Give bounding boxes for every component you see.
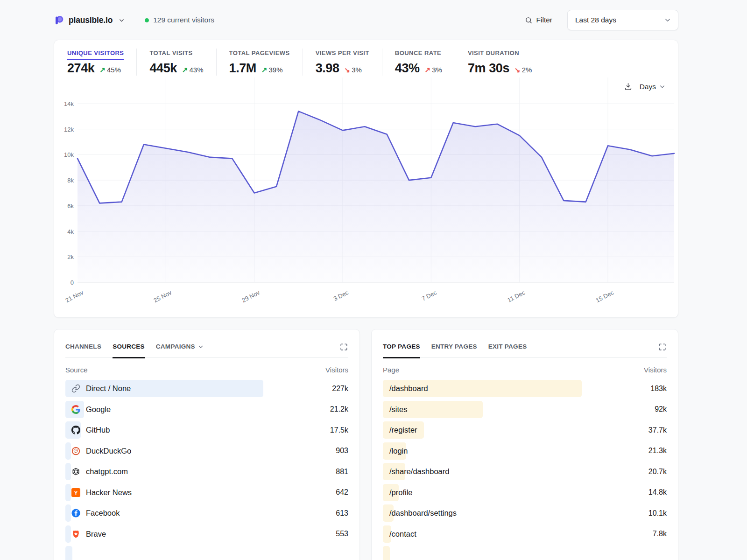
stat-change: ↘2% <box>514 66 532 74</box>
sources-col-header: Source <box>65 366 88 374</box>
arrow-up-icon: ↗ <box>261 66 268 74</box>
sources-panel: CHANNELSSOURCESCAMPAIGNS Source Visitors… <box>54 329 360 560</box>
page-row-dashboard-settings[interactable]: /dashboard/settings10.1k <box>383 504 667 522</box>
source-row-facebook[interactable]: Facebook613 <box>65 504 348 522</box>
stat-value-row: 3.98↘3% <box>316 61 369 76</box>
page-row-login[interactable]: /login21.3k <box>383 442 667 460</box>
row-label-group: /sites <box>389 405 408 414</box>
tab-label: CAMPAIGNS <box>156 343 195 350</box>
row-label-group: YHacker News <box>71 488 132 497</box>
plausible-logo-icon <box>54 15 64 26</box>
row-name: Brave <box>86 530 106 539</box>
row-bar <box>65 442 71 460</box>
row-visitors: 14.8k <box>648 488 667 497</box>
visitors-col-header: Visitors <box>325 366 348 374</box>
stat-bounce-rate[interactable]: BOUNCE RATE43%↗3% <box>382 49 455 76</box>
tab-label: CHANNELS <box>65 343 101 350</box>
current-visitors-label: 129 current visitors <box>153 16 214 24</box>
stat-unique-visitors[interactable]: UNIQUE VISITORS274k↗45% <box>67 49 136 76</box>
page-row-register[interactable]: /register37.7k <box>383 421 667 439</box>
stat-total-pageviews[interactable]: TOTAL PAGEVIEWS1.7M↗39% <box>216 49 303 76</box>
expand-icon[interactable] <box>658 343 667 351</box>
stat-total-visits[interactable]: TOTAL VISITS445k↗43% <box>136 49 216 76</box>
tab-label: SOURCES <box>113 343 145 350</box>
current-visitors[interactable]: 129 current visitors <box>145 16 214 24</box>
filter-button[interactable]: Filter <box>525 16 552 24</box>
source-row-github[interactable]: GitHub17.5k <box>65 421 348 439</box>
stat-views-per-visit[interactable]: VIEWS PER VISIT3.98↘3% <box>303 49 382 76</box>
row-name: /contact <box>389 530 416 539</box>
row-bar <box>65 525 71 543</box>
stat-change-value: 45% <box>107 66 121 74</box>
stat-visit-duration[interactable]: VISIT DURATION7m 30s↘2% <box>455 49 544 76</box>
date-range-picker[interactable]: Last 28 days <box>567 10 678 30</box>
row-label-group: /contact <box>389 530 416 539</box>
source-row-hacker-news[interactable]: YHacker News642 <box>65 484 348 501</box>
row-name: /sites <box>389 405 408 414</box>
expand-icon[interactable] <box>339 343 348 351</box>
row-name: /dashboard/settings <box>389 509 457 518</box>
row-bar <box>65 484 71 501</box>
row-visitors: 183k <box>650 385 667 393</box>
stat-change: ↗43% <box>182 66 204 74</box>
row-name: /share/dashboard <box>389 467 449 476</box>
site-switcher[interactable]: plausible.io <box>54 15 125 26</box>
live-dot-icon <box>145 18 149 22</box>
visitors-col-header: Visitors <box>644 366 667 374</box>
sources-tabs: CHANNELSSOURCESCAMPAIGNS <box>65 343 348 358</box>
chevron-down-icon <box>118 17 125 24</box>
stat-change: ↘3% <box>345 66 362 74</box>
row-name: Hacker News <box>86 488 132 497</box>
source-row-chatgpt-com[interactable]: chatgpt.com881 <box>65 463 348 480</box>
stat-change-value: 3% <box>432 66 442 74</box>
row-visitors: 21.3k <box>648 447 667 455</box>
x-axis-label: 11 Dec <box>507 289 527 304</box>
stat-value-row: 445k↗43% <box>149 61 203 76</box>
source-row-brave[interactable]: Brave553 <box>65 525 348 543</box>
row-name: DuckDuckGo <box>86 447 131 455</box>
stat-label: VIEWS PER VISIT <box>316 49 369 60</box>
source-row-google[interactable]: Google21.2k <box>65 401 348 418</box>
stat-value: 7m 30s <box>468 61 509 76</box>
topbar: plausible.io 129 current visitors Filter… <box>54 9 678 31</box>
stat-change-value: 43% <box>189 66 203 74</box>
y-axis-label: 12k <box>58 126 74 133</box>
tab-channels[interactable]: CHANNELS <box>65 343 101 358</box>
source-row-duckduckgo[interactable]: DuckDuckGo903 <box>65 442 348 460</box>
stat-label: TOTAL VISITS <box>149 49 192 60</box>
row-name: Google <box>86 405 111 414</box>
page-row-dashboard[interactable]: /dashboard183k <box>383 380 667 397</box>
source-row-direct-none[interactable]: Direct / None227k <box>65 380 348 397</box>
y-axis-label: 8k <box>58 177 74 183</box>
tab-sources[interactable]: SOURCES <box>113 343 145 358</box>
pages-col-header: Page <box>383 366 399 374</box>
row-visitors: 613 <box>336 509 348 518</box>
hackernews-icon: Y <box>71 488 80 497</box>
page-row-contact[interactable]: /contact7.8k <box>383 525 667 543</box>
github-icon <box>71 426 80 434</box>
x-axis-label: 25 Nov <box>153 289 173 304</box>
row-label-group: /login <box>389 447 408 455</box>
stat-change-value: 2% <box>522 66 532 74</box>
arrow-up-icon: ↗ <box>182 66 188 74</box>
stat-value: 3.98 <box>316 61 339 76</box>
page-row-sites[interactable]: /sites92k <box>383 401 667 418</box>
row-visitors: 20.7k <box>648 468 667 476</box>
tab-top-pages[interactable]: TOP PAGES <box>383 343 420 358</box>
row-bar <box>65 546 72 560</box>
page-row-profile[interactable]: /profile14.8k <box>383 484 667 501</box>
chart-plot-area[interactable] <box>78 77 674 283</box>
stat-value: 1.7M <box>229 61 256 76</box>
tab-campaigns[interactable]: CAMPAIGNS <box>156 343 204 358</box>
x-axis-label: 15 Dec <box>594 289 615 304</box>
stat-change: ↗3% <box>425 66 442 74</box>
pages-tabs: TOP PAGESENTRY PAGESEXIT PAGES <box>383 343 667 358</box>
page-row-share-dashboard[interactable]: /share/dashboard20.7k <box>383 463 667 480</box>
row-label-group: Brave <box>71 530 106 539</box>
visitors-chart[interactable]: 02k4k6k8k10k12k14k21 Nov25 Nov29 Nov3 De… <box>58 77 675 313</box>
chart-area-fill <box>78 111 674 282</box>
stat-change: ↗45% <box>99 66 121 74</box>
tab-exit-pages[interactable]: EXIT PAGES <box>488 343 527 358</box>
facebook-icon <box>71 509 80 518</box>
tab-entry-pages[interactable]: ENTRY PAGES <box>431 343 477 358</box>
